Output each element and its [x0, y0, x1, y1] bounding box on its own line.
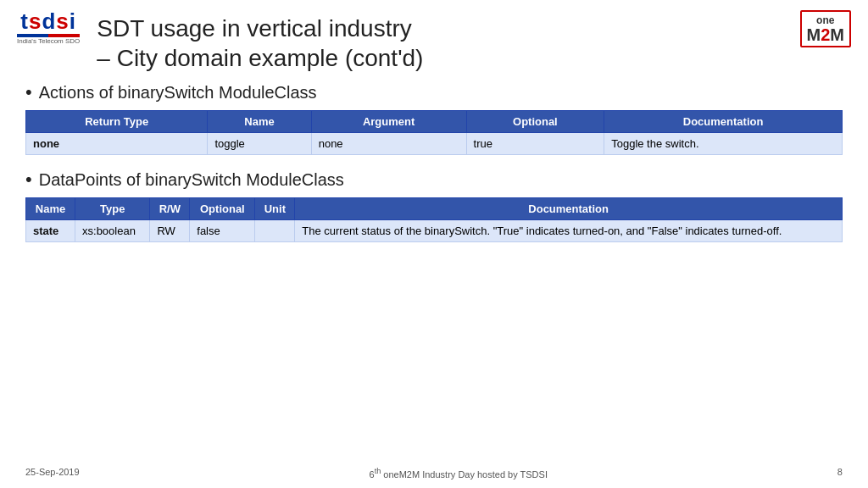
- section1-heading: • Actions of binarySwitch ModuleClass: [25, 81, 843, 103]
- cell-dp-name: state: [26, 220, 75, 242]
- cell-optional: true: [466, 133, 604, 155]
- cell-return-type: none: [26, 133, 208, 155]
- cell-dp-unit: [255, 220, 295, 242]
- onem2m-logo: one M2M: [800, 10, 851, 47]
- col-dp-rw: R/W: [150, 198, 190, 220]
- col-dp-optional: Optional: [190, 198, 255, 220]
- actions-table-header-row: Return Type Name Argument Optional Docum…: [26, 111, 843, 133]
- col-dp-type: Type: [75, 198, 150, 220]
- datapoints-table-header-row: Name Type R/W Optional Unit Documentatio…: [26, 198, 843, 220]
- cell-argument: none: [311, 133, 466, 155]
- tsdsi-logo: tsdsi India's Telecom SDO: [17, 10, 80, 45]
- col-name: Name: [208, 111, 311, 133]
- section1-bullet: •: [25, 81, 32, 103]
- cell-dp-rw: RW: [150, 220, 190, 242]
- slide-title-area: SDT usage in vertical industry – City do…: [80, 10, 799, 73]
- section2-heading: • DataPoints of binarySwitch ModuleClass: [25, 169, 843, 191]
- slide-content: • Actions of binarySwitch ModuleClass Re…: [0, 73, 868, 242]
- onem2m-m2m-text: M2M: [807, 26, 844, 43]
- footer-center: 6th oneM2M Industry Day hosted by TSDSI: [370, 467, 548, 480]
- footer-date: 25-Sep-2019: [25, 467, 80, 480]
- datapoints-table: Name Type R/W Optional Unit Documentatio…: [25, 197, 843, 242]
- cell-dp-optional: false: [190, 220, 255, 242]
- table-row: none toggle none true Toggle the switch.: [26, 133, 843, 155]
- col-argument: Argument: [311, 111, 466, 133]
- slide-header: tsdsi India's Telecom SDO SDT usage in v…: [0, 0, 868, 73]
- col-dp-documentation: Documentation: [295, 198, 843, 220]
- slide-title: SDT usage in vertical industry – City do…: [97, 14, 782, 73]
- slide-footer: 25-Sep-2019 6th oneM2M Industry Day host…: [0, 467, 868, 480]
- col-dp-name: Name: [26, 198, 75, 220]
- col-return-type: Return Type: [26, 111, 208, 133]
- cell-dp-type: xs:boolean: [75, 220, 150, 242]
- col-dp-unit: Unit: [255, 198, 295, 220]
- section1-title: Actions of binarySwitch ModuleClass: [39, 83, 317, 103]
- section2-bullet: •: [25, 169, 32, 191]
- col-documentation: Documentation: [604, 111, 843, 133]
- onem2m-one-text: one: [816, 14, 834, 26]
- actions-table: Return Type Name Argument Optional Docum…: [25, 110, 843, 155]
- table-row: state xs:boolean RW false The current st…: [26, 220, 843, 242]
- footer-page: 8: [837, 467, 843, 480]
- cell-dp-documentation: The current status of the binarySwitch. …: [295, 220, 843, 242]
- col-optional: Optional: [466, 111, 604, 133]
- cell-documentation: Toggle the switch.: [604, 133, 843, 155]
- cell-name: toggle: [208, 133, 311, 155]
- section2-title: DataPoints of binarySwitch ModuleClass: [39, 170, 344, 190]
- tsdsi-logo-subtitle: India's Telecom SDO: [17, 37, 80, 45]
